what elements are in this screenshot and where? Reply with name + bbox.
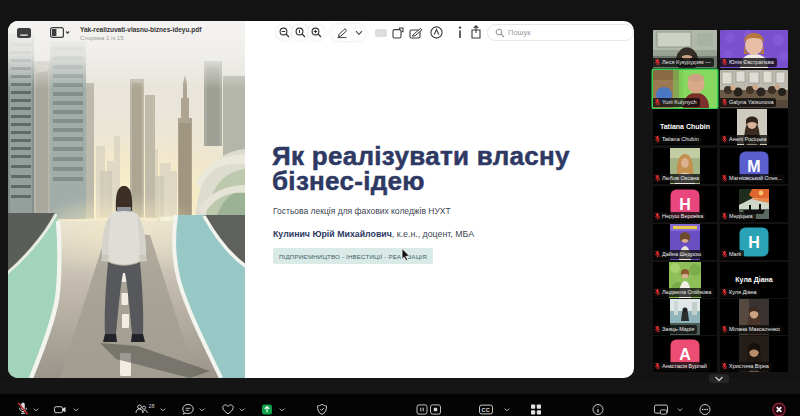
svg-text:28: 28 bbox=[149, 403, 155, 409]
svg-text:CC: CC bbox=[482, 407, 490, 413]
